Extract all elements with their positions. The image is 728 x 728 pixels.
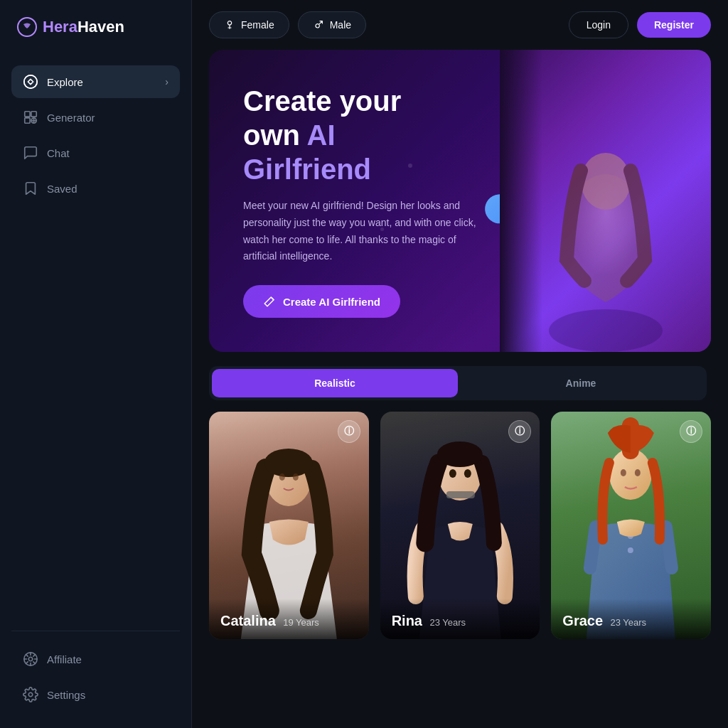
tabs-section: Realistic Anime — [192, 352, 728, 412]
create-girlfriend-button[interactable]: Create AI Girlfriend — [243, 285, 400, 318]
chevron-right-icon: › — [165, 76, 168, 87]
saved-label: Saved — [47, 183, 77, 195]
svg-point-19 — [437, 441, 482, 467]
generator-icon — [23, 109, 38, 125]
card-rina-name: Rina — [392, 613, 422, 628]
male-label: Male — [330, 19, 351, 31]
svg-point-12 — [581, 153, 631, 210]
svg-rect-3 — [31, 112, 36, 117]
svg-rect-18 — [446, 491, 474, 498]
male-icon — [313, 19, 324, 31]
logo-text: HeraHaven — [43, 18, 124, 36]
logo: HeraHaven — [11, 17, 180, 37]
svg-rect-2 — [25, 112, 30, 117]
cards-grid: ⓘ Catalina 19 Years — [209, 412, 711, 639]
female-icon — [224, 19, 235, 31]
card-grace-label: Grace 23 Years — [551, 599, 711, 639]
sidebar-item-chat[interactable]: Chat — [11, 136, 180, 169]
card-rina[interactable]: ⓘ Rina 23 Years — [380, 412, 540, 639]
sidebar-item-saved[interactable]: Saved — [11, 172, 180, 205]
card-grace[interactable]: ⓘ Grace 23 Years — [551, 412, 711, 639]
sidebar-bottom: Affiliate Settings — [11, 631, 180, 711]
female-label: Female — [241, 19, 274, 31]
settings-icon — [23, 687, 38, 702]
tab-realistic[interactable]: Realistic — [212, 369, 458, 397]
card-catalina[interactable]: ⓘ Catalina 19 Years — [209, 412, 369, 639]
logo-icon — [17, 17, 37, 37]
hero-title: Create your own AI Girlfriend — [243, 84, 482, 186]
card-catalina-age: 19 Years — [283, 617, 319, 628]
explore-icon — [23, 74, 38, 90]
register-button[interactable]: Register — [637, 12, 711, 38]
saved-icon — [23, 181, 38, 196]
cards-section: ⓘ Catalina 19 Years — [192, 412, 728, 656]
svg-point-14 — [264, 449, 313, 477]
affiliate-icon — [23, 651, 38, 667]
sidebar-item-explore[interactable]: Explore › — [11, 65, 180, 98]
hero-content: Create your own AI Girlfriend Meet your … — [243, 84, 482, 318]
tab-anime[interactable]: Anime — [458, 369, 704, 397]
tabs-container: Realistic Anime — [209, 366, 707, 400]
hero-banner: Create your own AI Girlfriend Meet your … — [209, 50, 711, 352]
svg-point-23 — [628, 547, 633, 553]
svg-point-8 — [28, 692, 33, 697]
sidebar-item-generator[interactable]: Generator — [11, 101, 180, 134]
card-catalina-name: Catalina — [220, 613, 276, 628]
card-catalina-info-button[interactable]: ⓘ — [338, 420, 360, 443]
sidebar-item-settings[interactable]: Settings — [11, 678, 180, 711]
svg-point-16 — [293, 473, 299, 481]
login-button[interactable]: Login — [569, 11, 628, 38]
svg-point-11 — [549, 309, 663, 352]
hero-image-area — [500, 50, 711, 352]
topbar: Female Male Login Register — [192, 0, 728, 50]
chat-label: Chat — [47, 147, 70, 159]
wand-icon — [263, 295, 276, 308]
svg-point-25 — [621, 469, 626, 476]
hero-description: Meet your new AI girlfriend! Design her … — [243, 198, 482, 265]
main-content: Female Male Login Register Create your o… — [192, 0, 728, 728]
svg-point-15 — [279, 473, 285, 481]
svg-point-21 — [464, 469, 471, 478]
explore-label: Explore — [47, 76, 83, 88]
svg-point-20 — [449, 469, 456, 478]
card-grace-info-button[interactable]: ⓘ — [680, 420, 702, 443]
hero-person-silhouette — [535, 132, 677, 352]
svg-rect-4 — [25, 118, 30, 123]
card-grace-name: Grace — [562, 613, 603, 628]
svg-point-7 — [28, 657, 33, 661]
nav-section: Explore › Generator Chat — [11, 65, 180, 631]
card-grace-age: 23 Years — [611, 617, 647, 628]
female-button[interactable]: Female — [209, 11, 289, 38]
affiliate-label: Affiliate — [47, 653, 82, 665]
svg-point-26 — [635, 469, 641, 476]
generator-label: Generator — [47, 112, 95, 124]
card-rina-age: 23 Years — [429, 617, 466, 628]
card-catalina-label: Catalina 19 Years — [209, 599, 369, 639]
sidebar: HeraHaven Explore › Generator — [0, 0, 192, 728]
male-button[interactable]: Male — [298, 11, 366, 38]
chat-icon — [23, 145, 38, 161]
svg-point-9 — [228, 21, 231, 25]
settings-label: Settings — [47, 689, 85, 701]
svg-point-10 — [316, 24, 319, 28]
card-rina-label: Rina 23 Years — [380, 599, 540, 639]
sidebar-item-affiliate[interactable]: Affiliate — [11, 643, 180, 675]
